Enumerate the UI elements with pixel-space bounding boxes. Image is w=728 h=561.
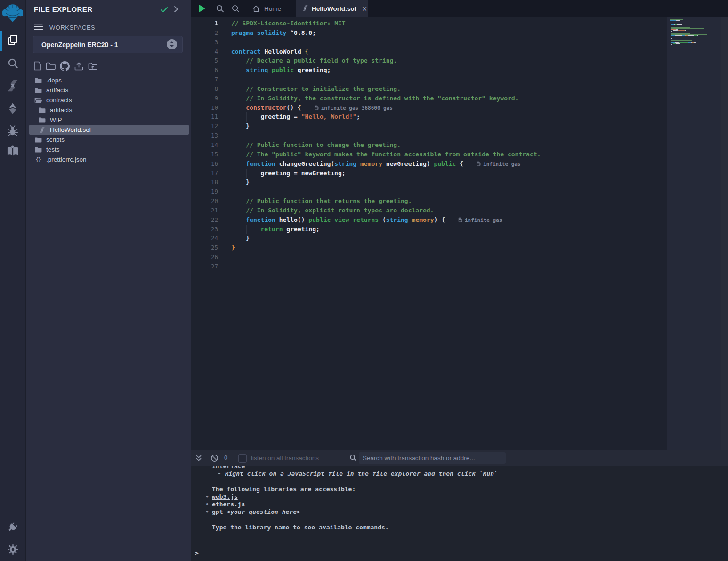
terminal-line [191,516,728,523]
folder-icon [34,137,42,143]
tree-item-wip[interactable]: WIP [26,115,191,125]
terminal-link[interactable]: ethers.js [212,501,245,508]
sidebar-item-solidity-compiler[interactable] [0,79,25,92]
code-line[interactable] [231,262,667,271]
workspaces-menu-icon[interactable] [34,24,43,32]
gas-estimate-lens[interactable]: infinite gas 368600 gas [315,105,393,111]
tree-item-scripts[interactable]: scripts [26,135,191,145]
remix-logo[interactable] [0,3,25,24]
code-line[interactable]: // Constructor to initialize the greetin… [231,84,667,94]
code-line[interactable]: } [231,234,667,243]
search-icon [7,57,19,70]
code-line[interactable]: // SPDX-License-Identifier: MIT [231,19,667,28]
sidebar-item-plugin-manager[interactable] [0,520,25,534]
code-editor[interactable]: 1234567891011121314151617181920212223242… [191,17,728,450]
tree-item--deps[interactable]: .deps [26,75,191,85]
code-line[interactable]: // Public function to change the greetin… [231,140,667,150]
code-line[interactable]: function changeGreeting(string memory ne… [231,159,667,169]
line-number: 1 [191,19,218,28]
sidebar-item-deploy-run[interactable] [0,101,25,115]
line-number: 4 [191,47,218,57]
code-line[interactable] [231,38,667,47]
minimap[interactable] [667,17,721,450]
line-number: 15 [191,150,218,159]
tab-helloworld-sol[interactable]: HelloWorld.sol ✕ [296,0,368,17]
code-line[interactable]: greeting = "Hello, World!"; [231,112,667,122]
upload-file-icon[interactable] [74,62,84,71]
transaction-count: 0 [224,454,227,461]
line-number: 27 [191,262,218,271]
code-line[interactable]: string public greeting; [231,65,667,75]
tab-label: HelloWorld.sol [312,5,356,12]
code-line[interactable]: greeting = newGreeting; [231,169,667,178]
terminal-prompt[interactable]: > [195,549,199,557]
new-file-icon[interactable] [34,61,41,71]
solidity-file-icon [302,5,308,13]
code-line[interactable]: // Declare a public field of type string… [231,56,667,65]
sidebar-item-learn[interactable] [0,144,25,157]
listen-transactions-checkbox[interactable] [238,454,247,463]
tree-item-contracts[interactable]: contracts [26,95,191,105]
editor-tabbar: Home HelloWorld.sol ✕ [191,0,728,17]
sidebar-item-settings[interactable] [0,543,25,556]
terminal-search-input[interactable] [359,452,506,464]
code-line[interactable]: } [231,122,667,131]
activity-bar [0,0,26,561]
tree-item-label: tests [46,146,60,153]
folder-icon [34,88,42,93]
terminal-output[interactable]: interface- Right click on a JavaScript f… [191,466,728,561]
workspace-select[interactable]: OpenZeppelin ERC20 - 1 [33,36,183,53]
code-line[interactable]: constructor() {infinite gas 368600 gas [231,103,667,113]
terminal-collapse-icon[interactable] [195,455,202,463]
line-number: 2 [191,28,218,38]
code-line[interactable]: contract HelloWorld { [231,47,667,57]
tab-home[interactable]: Home [246,0,293,17]
gas-estimate-lens[interactable]: infinite gas [477,161,520,167]
workspace-select-toggle-icon[interactable] [167,39,177,49]
terminal-line: Type the library name to see available c… [191,524,728,531]
editor-scrollbar[interactable] [721,17,728,450]
code-line[interactable]: // In Solidity, the constructor is defin… [231,94,667,103]
line-number: 3 [191,38,218,47]
sidebar-item-debugger[interactable] [0,124,25,138]
new-folder-icon[interactable] [46,62,56,70]
code-line[interactable]: // In Solidity, explicit return types ar… [231,206,667,215]
terminal-link[interactable]: web3.js [212,493,238,500]
plug-icon [6,520,19,534]
line-number: 19 [191,187,218,196]
code-line[interactable]: return greeting; [231,225,667,234]
tree-item-tests[interactable]: tests [26,145,191,154]
tree-item-artifacts[interactable]: artifacts [26,105,191,115]
code-line[interactable] [231,75,667,84]
close-tab-icon[interactable]: ✕ [362,5,367,13]
sidebar-item-search[interactable] [0,57,25,70]
panel-chevron-right-icon[interactable] [174,6,178,15]
code-line[interactable]: // The "public" keyword makes the functi… [231,150,667,159]
file-explorer-panel: FILE EXPLORER WORKSPACES OpenZeppelin ER… [26,0,191,561]
tree-item-label: contracts [46,97,72,104]
code-line[interactable] [231,131,667,140]
code-line[interactable]: } [231,178,667,187]
clear-console-icon[interactable] [210,454,218,464]
code-line[interactable]: } [231,243,667,252]
minimap-content [670,19,719,49]
tree-item-helloworld-sol[interactable]: HelloWorld.sol [29,125,189,135]
line-number: 8 [191,84,218,94]
code-line[interactable]: function hello() public view returns (st… [231,215,667,225]
github-icon[interactable] [60,61,70,71]
code-line[interactable] [231,187,667,196]
terminal-toolbar: 0 listen on all transactions [191,450,728,466]
gas-estimate-lens[interactable]: infinite gas [458,217,502,223]
run-script-button[interactable] [199,4,206,15]
code-line[interactable] [231,252,667,262]
upload-folder-icon[interactable] [88,62,97,70]
sidebar-item-file-explorer[interactable] [0,33,25,47]
code-line[interactable]: // Public function that returns the gree… [231,196,667,206]
zoom-in-icon[interactable] [231,4,240,15]
confirm-check-icon[interactable] [160,6,168,15]
zoom-out-icon[interactable] [216,4,225,15]
line-number: 12 [191,122,218,131]
tree-item--prettierrc-json[interactable]: {}.prettierrc.json [26,154,191,164]
code-line[interactable]: pragma solidity ^0.8.0; [231,28,667,38]
tree-item-artifacts[interactable]: artifacts [26,85,191,95]
